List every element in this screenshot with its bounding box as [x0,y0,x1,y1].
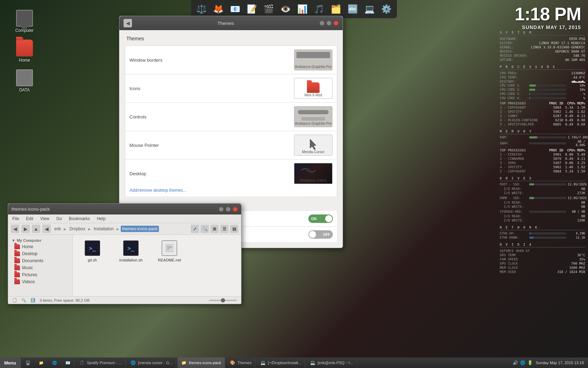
taskbar-item-spotify[interactable]: 🎵 Spotify Premium - ... [76,357,126,368]
sidebar-item-videos[interactable]: Videos [8,278,72,285]
readme-md-icon [162,240,177,256]
svg-rect-1 [166,245,173,252]
add-remove-themes-link[interactable]: Add/remove desktop themes... [130,188,187,193]
dock-chart-icon[interactable]: 📊 [295,1,310,17]
fm-path-current[interactable]: themes-icons-pack [121,226,159,232]
theme-row-controls: Controls Ambiance-Graphite-Pro [125,103,337,131]
fm-close-button[interactable] [233,207,238,212]
fm-statusbar-icon-1[interactable]: 📋 [12,298,17,302]
filemanager-main: >_ git.sh >_ installation.sh [73,235,241,296]
sidebar-item-pictures[interactable]: Pictures [8,271,72,278]
fm-minimize-button[interactable] [219,207,224,212]
terminal2-taskbar-label: [erik@erik-PSQ: ~/... [318,361,353,365]
fm-statusbar-icon-3[interactable]: ℹ️ [30,298,35,302]
taskbar-clock[interactable]: Sunday May 17, 2015 13:18 [536,361,584,365]
mouse-pointer-preview[interactable]: Menda-Cursor [294,135,332,156]
browser-taskbar-icon: 🌐 [131,360,136,366]
dock-folder-icon[interactable]: 🗂️ [328,1,344,17]
data-icon-label: DATA [19,88,30,93]
tray-icon-2[interactable]: 🌐 [520,360,525,365]
minimize-button[interactable] [320,21,324,26]
sysmon-nvidia: N V I D I A GEFORCE 9600 GT GPU TEMP36°C… [500,243,585,274]
taskbar-quick-launch-2[interactable]: 📁 [35,357,47,368]
sysmon-system-title: S Y S T E M [500,31,585,35]
fm-up-button[interactable]: ▲ [32,225,40,233]
window-borders-preview[interactable]: Ambiance-Graphite-Pro [294,49,332,70]
clock-date: SUNDAY MAY 17, 2015 [514,25,581,30]
file-item-readme-md[interactable]: README.md [155,240,183,262]
maximize-button[interactable] [327,21,331,26]
taskbar-quick-launch-4[interactable]: 📧 [62,357,74,368]
file-count-label: 3 items, Free space: 90,2 GB [40,298,90,302]
fm-menu-bookmarks[interactable]: Bookmarks [68,215,91,222]
fm-path-dropbox[interactable]: Dropbox [68,226,86,232]
dock-mail-icon[interactable]: 📧 [227,1,243,17]
sysmon-processors: P R O C E S S O R S CPU FREQ:2336MHZ CPU… [500,65,585,126]
fm-maximize-button[interactable] [226,207,231,212]
close-button[interactable] [334,21,338,26]
fm-grid-view-icon[interactable]: ⊞ [210,225,219,233]
fm-forward-button[interactable]: ▶ [21,225,30,233]
taskbar-item-filemanager[interactable]: 📁 themes-icons-pack [177,357,225,368]
sidebar-item-home[interactable]: Home [8,243,72,250]
window-borders-preview-label: Ambiance-Graphite-Pro [294,65,332,69]
dock-terminal-icon[interactable]: 💻 [362,1,377,17]
taskbar-menu-button[interactable]: Menu [0,357,21,368]
fm-menu-edit[interactable]: Edit [25,215,34,222]
dock-settings-icon[interactable]: ⚙️ [379,1,394,17]
fm-search-icon[interactable]: 🔍 [201,225,209,233]
toggle-knob [325,215,332,222]
fm-menu-view[interactable]: View [40,215,50,222]
taskbar-quick-launch-1[interactable]: 🖥️ [22,357,34,368]
dock-text-icon[interactable]: 🔤 [345,1,360,17]
taskbar-item-terminal1[interactable]: 💻 [~/Dropbox/Install... [257,357,305,368]
fm-menu-file[interactable]: File [12,215,20,222]
icons-on-buttons-toggle[interactable] [308,230,333,239]
desktop-icon-data[interactable]: DATA [10,67,38,95]
fm-path-erik[interactable]: erik [53,226,62,232]
controls-label: Controls [130,114,294,120]
desktop-icon-home[interactable]: Home [10,37,38,66]
dock-firefox-icon[interactable]: 🦊 [211,1,226,17]
fm-path-toggle[interactable]: ◀ [42,225,51,233]
fm-menu-help[interactable]: Help [96,215,106,222]
icons-in-menus-toggle[interactable] [308,214,333,223]
fm-compact-view-icon[interactable]: ▤ [230,225,238,233]
theme-row-icons: Icons Mint-X-Red [125,74,337,103]
videos-folder-sm-icon [14,279,20,284]
file-item-installation-sh[interactable]: >_ installation.sh [117,240,145,262]
tray-icon-3[interactable]: 🔋 [527,360,533,365]
taskbar-item-terminal2[interactable]: 💻 [erik@erik-PSQ: ~/... [307,357,357,368]
dock-notes-icon[interactable]: 📝 [244,1,260,17]
sidebar-item-documents[interactable]: Documents [8,257,72,264]
sidebar-item-music[interactable]: Music [8,264,72,271]
fm-resize-icon[interactable]: ⤢ [191,225,199,233]
tray-icon-1[interactable]: 🔊 [513,360,518,365]
sysmon-drives-title: D R I V E S [500,177,585,181]
dock-eye-icon[interactable]: 👁️ [278,1,293,17]
fm-path-installation[interactable]: Installation [92,226,115,232]
taskbar-item-themes[interactable]: 🎨 Themes [226,357,255,368]
file-item-git-sh[interactable]: >_ git.sh [78,240,106,262]
fm-menu-go[interactable]: Go [56,215,63,222]
icons-preview[interactable]: Mint-X-Red [294,78,332,99]
filemanager-statusbar: 📋 🔍 ℹ️ 3 items, Free space: 90,2 GB [8,296,241,304]
zoom-slider[interactable] [209,300,237,301]
taskbar-item-browser[interactable]: 🌐 [menda cursor - G... [127,357,176,368]
dock-media-icon[interactable]: 🎬 [261,1,276,17]
back-button[interactable]: ◀ [124,19,132,27]
sysmon-processors-title: P R O C E S S O R S [500,65,585,70]
taskbar-quick-launch-3[interactable]: 🌐 [49,357,61,368]
installation-sh-icon: >_ [123,240,139,256]
fm-back-button[interactable]: ◀ [11,225,19,233]
dock-spotify-icon[interactable]: 🎵 [312,1,327,17]
fm-list-view-icon[interactable]: ☰ [220,225,229,233]
desktop-icon-computer[interactable]: Computer [10,7,38,36]
fm-statusbar-icon-2[interactable]: 🔍 [21,298,26,302]
controls-preview[interactable]: Ambiance-Graphite-Pro [294,106,332,127]
dock-scales-icon[interactable]: ⚖️ [194,1,209,17]
filemanager-menubar: File Edit View Go Bookmarks Help [8,214,241,223]
themes-taskbar-icon: 🎨 [230,360,236,366]
desktop-preview[interactable]: Ambiance-Colors [294,163,332,184]
sidebar-item-desktop[interactable]: Desktop [8,250,72,257]
